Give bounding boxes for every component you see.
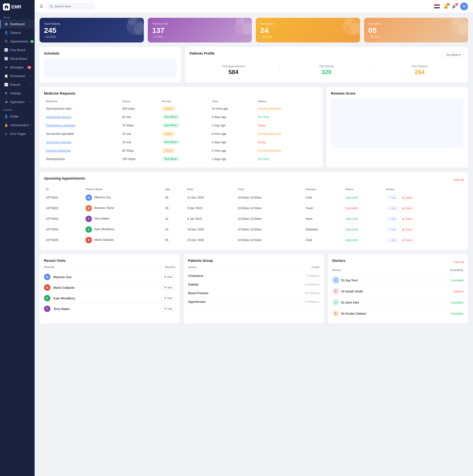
- sidebar-label-procedures: Procedures: [10, 74, 25, 78]
- sidebar-item-authentication[interactable]: 🔒 Authentication ›: [0, 121, 35, 129]
- appt-status: Approved: [343, 192, 384, 203]
- sidebar-item-procedures[interactable]: 📋 Procedures ›: [0, 72, 35, 80]
- delete-button[interactable]: 🗑 Delete: [400, 227, 415, 232]
- appointments-badge: 2: [30, 40, 34, 43]
- menu-icon[interactable]: ☰: [40, 4, 43, 9]
- appt-name: B Brandon Stone: [84, 203, 163, 214]
- view-button[interactable]: 👁 View: [161, 285, 175, 290]
- med-count: 22 nos: [120, 130, 160, 138]
- med-name[interactable]: Abciximab-injection: [44, 138, 120, 146]
- search-box[interactable]: 🔍: [46, 3, 95, 10]
- sidebar-item-settings[interactable]: ⚙ Settings: [0, 89, 35, 98]
- authentication-chevron: ›: [31, 124, 32, 126]
- message-button[interactable]: 🔊 4: [452, 4, 457, 9]
- sidebar-item-error-pages[interactable]: ⚠ Error Pages ›: [0, 129, 35, 138]
- sidebar-item-recall-board[interactable]: 🔄 Recall Board: [0, 54, 35, 63]
- medicine-requests-card: Medicine Requests Medicine Count Priorit…: [40, 87, 322, 167]
- reports-icon: 📈: [4, 83, 8, 86]
- recent-visits-col-header: Patients Reports: [44, 266, 175, 271]
- notification-badge: 9: [447, 3, 450, 6]
- doctor-info: J Dr.John Deo: [332, 299, 359, 306]
- doctors-col-header: Doctor Availabilty: [332, 269, 464, 274]
- delete-button[interactable]: 🗑 Delete: [400, 206, 415, 211]
- appt-time: 10:00am-12:00am: [236, 235, 304, 246]
- appt-col-name: Patient Name: [84, 186, 163, 192]
- doctor-info: K Dr.Kirsten Deleon: [332, 310, 366, 317]
- schedule-card: Schedule: [40, 47, 181, 83]
- col-count-label: Count: [312, 266, 320, 269]
- search-input[interactable]: [55, 5, 92, 8]
- edit-button[interactable]: ✏ Edit: [387, 227, 398, 232]
- med-priority: Urgent: [160, 146, 210, 155]
- group-count: 5 Patients: [306, 274, 319, 278]
- med-status: Pending Approval: [256, 146, 318, 155]
- view-button[interactable]: 👁 View: [161, 296, 175, 301]
- dashboard-icon: ⊞: [4, 22, 8, 26]
- appt-col-date: Date: [185, 186, 236, 192]
- stat-card-new-admit: New Admit 24 ↑ (18.32%): [256, 18, 360, 42]
- doctor-avatar: S: [332, 288, 339, 295]
- appt-status: Canceled: [343, 203, 384, 214]
- appt-disease: Cold: [304, 192, 343, 203]
- app-logo[interactable]: EMR: [0, 0, 35, 14]
- appt-disease: Cold: [304, 235, 343, 246]
- view-button[interactable]: 👁 View: [161, 275, 175, 279]
- appointments-header: Upcoming Appointments View all: [44, 176, 464, 183]
- sidebar-item-dashboard[interactable]: ⊞ Dashboard: [0, 20, 35, 28]
- recent-visits-list: M Maurice Guz 👁 View M Marie Gallardo 👁 …: [44, 272, 175, 314]
- group-count: 21 Patients: [305, 300, 320, 304]
- appt-name: M Marie Gallardo: [84, 235, 163, 246]
- this-week-button[interactable]: This Week ▾: [443, 52, 464, 58]
- doctors-list: J Dr.Jay Soni Available S Dr.Sarah Smith…: [332, 275, 464, 319]
- patients-group-card: Patients Group Issues Count Cholesterol …: [184, 254, 324, 323]
- medicine-reviews-row: Medicine Requests Medicine Count Priorit…: [40, 87, 468, 167]
- med-priority: Next Week: [160, 121, 210, 130]
- edit-button[interactable]: ✏ Edit: [387, 238, 398, 243]
- delete-button[interactable]: 🗑 Delete: [400, 217, 415, 221]
- main-area: ☰ 🔍 🔔 9 🔊 4 U Total Patients 245: [35, 0, 473, 476]
- recent-visit-item: K Kyle Woodbury 👁 View: [44, 293, 175, 304]
- sidebar-item-application[interactable]: 🖥 Application ›: [0, 98, 35, 106]
- sidebar-item-reports[interactable]: 📈 Reports ›: [0, 80, 35, 89]
- delete-button[interactable]: 🗑 Delete: [400, 195, 415, 200]
- patients-group-col-header: Issues Count: [188, 266, 319, 271]
- sidebar-item-profile[interactable]: 👤 Profile: [0, 112, 35, 121]
- view-button[interactable]: 👁 View: [161, 307, 175, 311]
- sidebar-item-patients[interactable]: 👤 Patients: [0, 28, 35, 37]
- sidebar-item-flow-board[interactable]: 📊 Flow Board: [0, 46, 35, 54]
- user-avatar[interactable]: U: [460, 2, 468, 10]
- sidebar-item-appointments[interactable]: ☰ Appointments 2: [0, 37, 35, 46]
- appointments-view-all[interactable]: View all: [453, 178, 464, 182]
- reviews-score-card: Reviews Score: [326, 87, 468, 167]
- med-priority: Urgent: [160, 104, 210, 113]
- doctor-availability: Available: [451, 301, 464, 304]
- edit-button[interactable]: ✏ Edit: [387, 206, 398, 211]
- doctors-view-all[interactable]: View all: [453, 260, 464, 264]
- procedures-icon: 📋: [4, 74, 8, 78]
- med-time: 1 Day Ago: [210, 121, 256, 130]
- appt-action: ✏ Edit 🗑 Delete: [384, 224, 464, 235]
- stat-card-total-patients: Total Patients 245 ↑ (14.25%): [40, 18, 144, 42]
- appt-age: 39: [163, 192, 185, 203]
- messages-icon: ✉: [4, 65, 8, 69]
- notification-button[interactable]: 🔔 9: [443, 4, 448, 9]
- appt-age: 42: [163, 214, 185, 224]
- patients-group-item: Blood Pressure 10 Patients: [188, 289, 319, 298]
- edit-button[interactable]: ✏ Edit: [387, 217, 398, 221]
- recent-visit-patient: M Maurice Guz: [44, 274, 72, 280]
- med-name[interactable]: Abciximab-injection: [44, 113, 120, 121]
- stat-label-patients-visit: Patients Visit: [152, 22, 248, 25]
- doctors-card: Doctors View all Doctor Availabilty J Dr…: [328, 254, 468, 323]
- sidebar-item-messages[interactable]: ✉ Messages 4: [0, 63, 35, 72]
- appt-disease: heart: [304, 214, 343, 224]
- med-time: 5 days ago: [210, 113, 256, 121]
- med-name[interactable]: Kevzara sarilumab: [44, 146, 120, 155]
- appt-disease: Fever: [304, 203, 343, 214]
- delete-button[interactable]: 🗑 Delete: [400, 238, 415, 243]
- sidebar-label-dashboard: Dashboard: [10, 22, 25, 26]
- visit-patient-name: Terry Baker: [53, 307, 70, 311]
- medicine-table-row: Kevzara sarilumab 35 Strips Urgent 5 min…: [44, 146, 318, 155]
- med-name[interactable]: Paliperidone palmitate: [44, 121, 120, 130]
- edit-button[interactable]: ✏ Edit: [387, 195, 398, 200]
- col-time: Time: [210, 98, 256, 104]
